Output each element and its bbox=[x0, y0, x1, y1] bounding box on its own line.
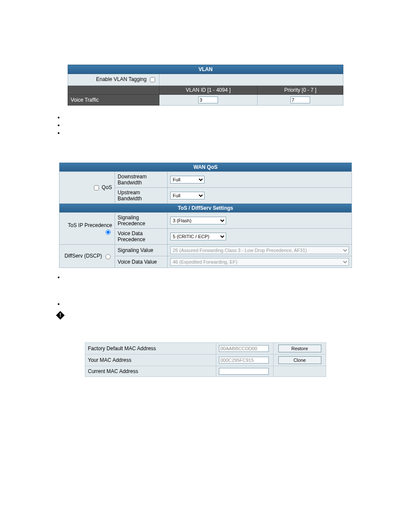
tos-header: ToS / DiffServ Settings bbox=[59, 204, 352, 213]
vlan-enable-cell: Enable VLAN Tagging bbox=[68, 74, 159, 86]
mac-current-btn-cell bbox=[274, 366, 326, 377]
qos-enable-checkbox[interactable] bbox=[94, 185, 99, 190]
vlan-enable-checkbox[interactable] bbox=[150, 77, 155, 82]
wanqos-table: WAN QoS QoS Downstream Bandwidth Full Up… bbox=[59, 162, 352, 268]
mac-factory-cell bbox=[216, 343, 274, 355]
vlan-col-priority: Priority [0 - 7 ] bbox=[258, 86, 343, 95]
qos-down-select[interactable]: Full bbox=[170, 176, 205, 184]
bullet-item: . bbox=[64, 300, 355, 308]
vlan-col-vlanid: VLAN ID [1 - 4094 ] bbox=[159, 86, 257, 95]
mac-restore-cell: Restore bbox=[274, 343, 326, 355]
sig-prec-label: Signaling Precedence bbox=[115, 213, 168, 229]
qos-up-select[interactable]: Full bbox=[170, 192, 205, 199]
vlan-header: VLAN bbox=[68, 65, 343, 74]
warning-diamond-icon: ! bbox=[56, 311, 65, 320]
voice-prec-cell: 5 (CRITIC / ECP) bbox=[168, 229, 352, 245]
mac-factory-input[interactable] bbox=[219, 345, 269, 352]
voice-val-select[interactable]: 46 (Expedited Forwarding, EF) bbox=[170, 258, 349, 266]
voice-val-cell: 46 (Expedited Forwarding, EF) bbox=[168, 256, 352, 268]
bullet-group-1: . . . bbox=[56, 113, 355, 137]
restore-button[interactable]: Restore bbox=[278, 345, 321, 352]
qos-enable-label: QoS bbox=[102, 184, 112, 190]
vlan-table: VLAN Enable VLAN Tagging VLAN ID [1 - 40… bbox=[68, 65, 343, 106]
tosip-label: ToS IP Precedence bbox=[68, 222, 112, 228]
mac-your-cell bbox=[216, 355, 274, 366]
mac-factory-label: Factory Default MAC Address bbox=[85, 343, 216, 355]
mac-current-label: Current MAC Address bbox=[85, 366, 216, 377]
mac-current-cell bbox=[216, 366, 274, 377]
vlan-col-spacer bbox=[68, 86, 159, 95]
qos-up-label: Upstream Bandwidth bbox=[115, 188, 168, 204]
mac-clone-cell: Clone bbox=[274, 355, 326, 366]
mac-table: Factory Default MAC Address Restore Your… bbox=[85, 342, 326, 377]
vlan-priority-input[interactable] bbox=[290, 96, 310, 103]
qos-down-label: Downstream Bandwidth bbox=[115, 172, 168, 188]
document-page: VLAN Enable VLAN Tagging VLAN ID [1 - 40… bbox=[0, 0, 411, 532]
wanqos-header: WAN QoS bbox=[59, 163, 352, 172]
voice-prec-label: Voice Data Precedence bbox=[115, 229, 168, 245]
mac-your-input[interactable] bbox=[219, 357, 269, 364]
bullet-item: . bbox=[64, 273, 355, 281]
tosip-cell: ToS IP Precedence bbox=[59, 213, 115, 245]
bullet-item: . bbox=[64, 121, 355, 129]
sig-val-label: Signaling Value bbox=[115, 245, 168, 256]
bullet-item: . bbox=[64, 113, 355, 121]
vlan-id-cell bbox=[159, 95, 257, 106]
mac-your-label: Your MAC Address bbox=[85, 355, 216, 366]
vlan-enable-spacer bbox=[159, 74, 343, 86]
diffserv-radio[interactable] bbox=[106, 254, 111, 259]
tosip-radio[interactable] bbox=[106, 230, 111, 235]
vlan-priority-cell bbox=[258, 95, 343, 106]
bullet-spacer bbox=[64, 281, 355, 300]
warning-row: ! bbox=[56, 311, 355, 321]
bullet-group-2: . . bbox=[56, 273, 355, 308]
diffserv-cell: DiffServ (DSCP) bbox=[59, 245, 115, 268]
diffserv-label: DiffServ (DSCP) bbox=[65, 253, 102, 259]
sig-prec-cell: 3 (Flash) bbox=[168, 213, 352, 229]
sig-val-cell: 26 (Assured Forwarding Class 3 - Low Dro… bbox=[168, 245, 352, 256]
svg-text:!: ! bbox=[59, 312, 61, 318]
voice-val-label: Voice Data Value bbox=[115, 256, 168, 268]
vlan-row-voice-label: Voice Traffic bbox=[68, 95, 159, 106]
qos-up-cell: Full bbox=[168, 188, 352, 204]
qos-down-cell: Full bbox=[168, 172, 352, 188]
sig-prec-select[interactable]: 3 (Flash) bbox=[170, 217, 226, 224]
bullet-item: . bbox=[64, 129, 355, 137]
vlan-enable-label: Enable VLAN Tagging bbox=[96, 76, 146, 82]
vlan-id-input[interactable] bbox=[198, 96, 218, 103]
clone-button[interactable]: Clone bbox=[278, 356, 321, 364]
qos-enable-cell: QoS bbox=[59, 172, 115, 204]
voice-prec-select[interactable]: 5 (CRITIC / ECP) bbox=[170, 233, 226, 240]
sig-val-select[interactable]: 26 (Assured Forwarding Class 3 - Low Dro… bbox=[170, 246, 349, 254]
mac-current-input[interactable] bbox=[219, 368, 269, 375]
